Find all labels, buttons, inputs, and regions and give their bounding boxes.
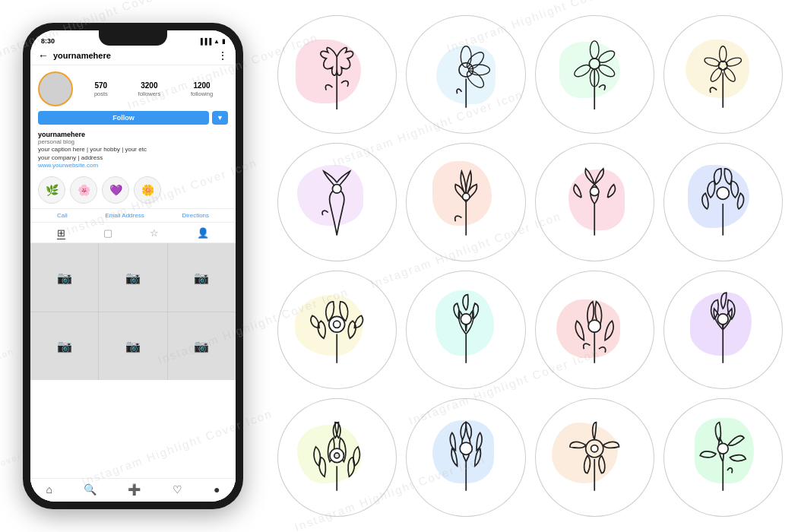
directions-action[interactable]: Directions (182, 212, 209, 219)
flower-icon-8[interactable] (663, 143, 783, 261)
svg-point-17 (725, 56, 743, 68)
highlight-item-4[interactable]: 🌼 (134, 176, 161, 204)
ig-username: yournamehere (53, 51, 111, 60)
highlight-circle-2: 🌸 (70, 176, 97, 204)
photo-cell-1[interactable]: 📷 (30, 243, 98, 311)
bio-name: yournamehere (38, 131, 228, 138)
svg-point-23 (462, 193, 469, 200)
svg-point-27 (717, 187, 729, 199)
photo-cell-2[interactable]: 📷 (99, 243, 166, 311)
svg-point-44 (591, 445, 598, 452)
svg-point-6 (464, 68, 486, 90)
svg-point-46 (717, 444, 728, 454)
flower-svg-16 (679, 413, 767, 502)
flower-svg-5 (293, 158, 381, 246)
flower-icon-10[interactable] (406, 271, 525, 389)
flower-icon-1[interactable] (277, 15, 397, 134)
flower-svg-15 (550, 413, 638, 502)
flower-icon-2[interactable] (406, 15, 525, 134)
ig-profile-header: ← yournamehere ⋮ (30, 46, 236, 65)
svg-point-36 (717, 314, 728, 325)
bio-line2: your company | address (38, 154, 228, 162)
photo-cell-3[interactable]: 📷 (168, 243, 236, 311)
flower-svg-1 (293, 30, 381, 119)
highlight-circle-1: 🌿 (38, 176, 65, 204)
phone-outer-shell: 8:30 ▐▐▐ ▲ ▮ ← yournamehere ⋮ (23, 23, 243, 509)
profile-section: 570 posts 3200 followers 1200 following (30, 65, 236, 131)
flower-icon-9[interactable] (277, 271, 397, 389)
flower-svg-7 (550, 158, 638, 246)
following-count: 1200 (191, 81, 213, 90)
action-bar: Call Email Address Directions (30, 208, 236, 223)
bio-tag: personal blog (38, 138, 228, 145)
list-tab-icon[interactable]: ▢ (103, 227, 112, 239)
flower-svg-11 (550, 286, 638, 374)
flower-icon-7[interactable] (535, 143, 654, 261)
flower-icon-12[interactable] (663, 271, 783, 389)
battery-icon: ▮ (222, 38, 225, 45)
flower-icon-6[interactable] (406, 143, 525, 261)
flower-icon-16[interactable] (663, 398, 783, 517)
highlight-item-1[interactable]: 🌿 (38, 176, 65, 204)
flower-icon-13[interactable] (277, 398, 397, 517)
svg-point-21 (333, 185, 342, 194)
bio-link[interactable]: www.yourwebsite.com (38, 162, 228, 169)
flower-svg-2 (422, 30, 510, 119)
flower-svg-3 (550, 30, 638, 119)
flower-icon-14[interactable] (406, 398, 525, 517)
svg-point-4 (464, 49, 486, 71)
svg-point-13 (572, 63, 592, 80)
photo-cell-5[interactable]: 📷 (99, 312, 166, 380)
photo-cell-4[interactable]: 📷 (30, 312, 98, 380)
svg-point-2 (459, 63, 473, 77)
posts-label: posts (94, 90, 108, 97)
search-nav-icon[interactable]: 🔍 (84, 483, 97, 496)
flower-icon-11[interactable] (535, 271, 654, 389)
highlight-item-2[interactable]: 🌸 (70, 176, 97, 204)
tagged-tab-icon[interactable]: ☆ (150, 227, 159, 239)
email-action[interactable]: Email Address (106, 212, 144, 219)
watermark-text-vertical: Cover (0, 451, 23, 470)
instagram-screen: 8:30 ▐▐▐ ▲ ▮ ← yournamehere ⋮ (30, 30, 236, 502)
bottom-nav: ⌂ 🔍 ➕ ♡ ● (30, 478, 236, 502)
highlight-item-3[interactable]: 💜 (102, 176, 129, 204)
back-icon[interactable]: ← (38, 49, 49, 62)
svg-point-29 (329, 317, 345, 333)
svg-point-19 (709, 66, 724, 83)
flower-icon-15[interactable] (535, 398, 654, 517)
watermark-text-vertical: Icon (0, 346, 15, 362)
call-action[interactable]: Call (57, 212, 68, 219)
bio-line1: your caption here | your hobby | your et… (38, 145, 228, 154)
svg-point-9 (590, 41, 599, 59)
svg-point-5 (468, 65, 489, 75)
follow-button[interactable]: Follow (38, 111, 209, 125)
flower-icon-4[interactable] (663, 15, 783, 134)
flower-svg-13 (293, 413, 381, 502)
bio-section: yournamehere personal blog your caption … (30, 131, 236, 172)
heart-nav-icon[interactable]: ♡ (173, 483, 182, 496)
flower-svg-9 (293, 286, 381, 374)
flower-svg-8 (679, 158, 767, 246)
highlights-row: 🌿 🌸 💜 🌼 (30, 172, 236, 208)
avatar (38, 71, 73, 106)
reels-tab-icon[interactable]: 👤 (197, 227, 209, 239)
phone-notch (99, 30, 167, 46)
follow-dropdown-button[interactable]: ▼ (212, 111, 228, 125)
flower-icon-3[interactable] (535, 15, 654, 134)
profile-stats-row: 570 posts 3200 followers 1200 following (38, 71, 228, 106)
add-nav-icon[interactable]: ➕ (128, 483, 141, 496)
more-options-icon[interactable]: ⋮ (217, 49, 228, 62)
home-nav-icon[interactable]: ⌂ (46, 483, 52, 496)
followers-count: 3200 (138, 81, 161, 90)
photo-cell-6[interactable]: 📷 (168, 312, 236, 380)
flower-svg-12 (679, 286, 767, 374)
highlight-circle-4: 🌼 (134, 176, 161, 204)
grid-tab-icon[interactable]: ⊞ (57, 227, 65, 239)
svg-point-16 (720, 46, 727, 62)
status-time: 8:30 (41, 37, 55, 45)
stat-followers: 3200 followers (138, 81, 161, 97)
svg-point-41 (460, 442, 472, 454)
profile-nav-icon[interactable]: ● (214, 483, 220, 496)
flower-svg-14 (422, 413, 510, 502)
flower-icon-5[interactable] (277, 143, 397, 261)
